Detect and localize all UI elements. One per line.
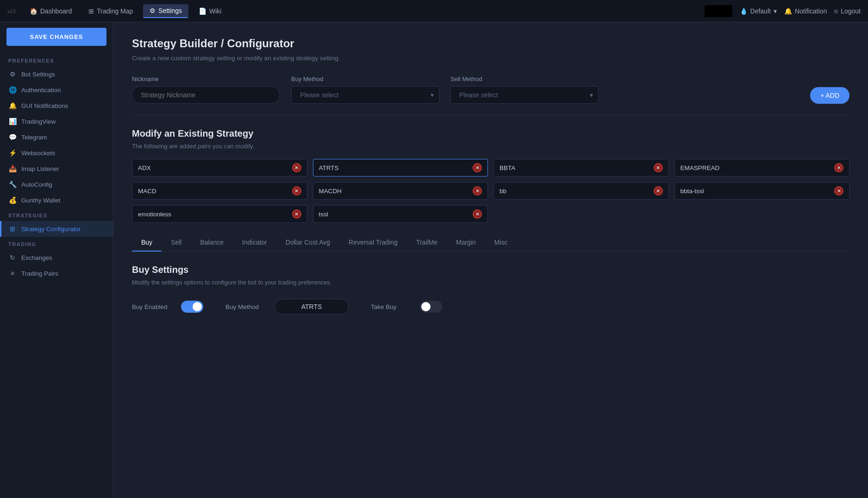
- wiki-icon: 📄: [199, 7, 206, 15]
- nickname-label: Nickname: [132, 76, 280, 82]
- buy-enabled-label: Buy Enabled: [132, 303, 174, 310]
- tab-trailme[interactable]: TrailMe: [407, 234, 447, 252]
- take-buy-toggle[interactable]: [420, 301, 442, 313]
- buy-method-select[interactable]: Please select: [291, 86, 439, 104]
- sidebar-item-gui-notifications[interactable]: 🔔 GUI Notifications: [0, 98, 113, 113]
- section-divider: [132, 115, 849, 115]
- buy-enabled-setting: Buy Enabled: [132, 301, 203, 313]
- sidebar-item-strategy-configurator[interactable]: ⊞ Strategy Configurator: [0, 221, 113, 237]
- modify-section-subtitle: The following are added pairs you can mo…: [132, 143, 849, 150]
- strategy-tag-bbta[interactable]: BBTA ✕: [493, 159, 669, 177]
- globe-icon: 🌐: [8, 86, 17, 94]
- sell-method-select-wrapper: Please select: [450, 86, 599, 104]
- top-navigation: v13 🏠 Dashboard ⊞ Trading Map ⚙ Settings…: [0, 0, 868, 22]
- wallet-icon: 💰: [8, 196, 17, 204]
- sell-method-select[interactable]: Please select: [450, 86, 599, 104]
- sidebar-item-autoconfig[interactable]: 🔧 AutoConfig: [0, 177, 113, 192]
- chevron-down-icon: ▾: [774, 7, 777, 15]
- sidebar-item-authentication[interactable]: 🌐 Authentication: [0, 82, 113, 98]
- sidebar-item-trading-pairs[interactable]: ≡ Trading Pairs: [0, 265, 113, 281]
- sidebar-item-telegram[interactable]: 💬 Telegram: [0, 129, 113, 145]
- pairs-icon: ≡: [8, 270, 17, 277]
- configurator-icon: ⊞: [8, 225, 17, 233]
- remove-emaspread-button[interactable]: ✕: [834, 163, 843, 172]
- remove-tssl-button[interactable]: ✕: [473, 209, 482, 219]
- version-label: v13: [7, 8, 16, 14]
- tab-dollar-cost-avg[interactable]: Dollar Cost Avg: [276, 234, 339, 252]
- sidebar-item-websockets[interactable]: ⚡ Websockets: [0, 145, 113, 161]
- bell-icon: 🔔: [8, 102, 17, 109]
- main-content: Strategy Builder / Configurator Create a…: [113, 22, 868, 498]
- buy-method-group: Buy Method Please select: [291, 76, 439, 104]
- take-buy-label: Take Buy: [371, 303, 412, 310]
- strategy-builder-form: Nickname Buy Method Please select Sell M…: [132, 76, 849, 104]
- buy-settings-title: Buy Settings: [132, 265, 849, 275]
- tab-sell[interactable]: Sell: [162, 234, 191, 252]
- sidebar-item-exchanges[interactable]: ↻ Exchanges: [0, 250, 113, 265]
- color-picker[interactable]: [705, 5, 732, 17]
- bell-icon: 🔔: [784, 7, 792, 15]
- remove-macd-button[interactable]: ✕: [292, 186, 301, 195]
- strategy-tag-adx[interactable]: ADX ✕: [132, 159, 307, 177]
- remove-adx-button[interactable]: ✕: [292, 163, 301, 172]
- remove-atrts-button[interactable]: ✕: [473, 163, 482, 172]
- notification-button[interactable]: 🔔 Notification: [784, 7, 827, 15]
- tab-balance[interactable]: Balance: [191, 234, 233, 252]
- save-changes-button[interactable]: SAVE CHANGES: [6, 28, 106, 46]
- exchange-icon: ↻: [8, 254, 17, 261]
- chat-icon: 💬: [8, 133, 17, 141]
- sidebar-item-bot-settings[interactable]: ⚙ Bot Settings: [0, 66, 113, 82]
- sidebar: SAVE CHANGES Preferences ⚙ Bot Settings …: [0, 22, 113, 498]
- remove-bbta-button[interactable]: ✕: [654, 163, 663, 172]
- page-subtitle: Create a new custom strategy setting or …: [132, 55, 849, 62]
- strategy-tag-macd[interactable]: MACD ✕: [132, 182, 307, 200]
- nav-trading-map[interactable]: ⊞ Trading Map: [82, 5, 139, 18]
- strategy-tag-tssl[interactable]: tssl ✕: [313, 205, 488, 223]
- page-title: Strategy Builder / Configurator: [132, 37, 849, 50]
- strategy-tag-emotionless[interactable]: emotionless ✕: [132, 205, 307, 223]
- nav-wiki[interactable]: 📄 Wiki: [192, 5, 228, 18]
- sidebar-item-gunthy-wallet[interactable]: 💰 Gunthy Wallet: [0, 192, 113, 208]
- preferences-section-label: Preferences: [0, 53, 113, 66]
- home-icon: 🏠: [30, 7, 37, 15]
- strategy-tag-bb[interactable]: bb ✕: [493, 182, 669, 200]
- remove-bbta-tssl-button[interactable]: ✕: [834, 186, 843, 195]
- strategy-tag-macdh[interactable]: MACDH ✕: [313, 182, 488, 200]
- tab-margin[interactable]: Margin: [447, 234, 485, 252]
- topnav-right: 💧 Default ▾ 🔔 Notification ⎋ Logout: [705, 5, 861, 17]
- tab-indicator[interactable]: Indicator: [233, 234, 276, 252]
- buy-method-setting: Buy Method: [225, 299, 349, 315]
- buy-method-value-input[interactable]: [275, 299, 349, 315]
- tab-reversal-trading[interactable]: Reversal Trading: [339, 234, 407, 252]
- chart-icon: 📊: [8, 118, 17, 125]
- strategy-tag-atrts[interactable]: ATRTS ✕: [313, 159, 488, 177]
- lightning-icon: ⚡: [8, 149, 17, 157]
- sidebar-item-tradingview[interactable]: 📊 TradingView: [0, 113, 113, 129]
- strategy-tag-emaspread[interactable]: EMASPREAD ✕: [674, 159, 850, 177]
- nav-settings[interactable]: ⚙ Settings: [143, 4, 188, 18]
- default-dropdown[interactable]: 💧 Default ▾: [740, 7, 777, 15]
- remove-emotionless-button[interactable]: ✕: [292, 209, 301, 219]
- buy-settings-subtitle: Modify the settings options to configure…: [132, 279, 849, 286]
- settings-icon: ⚙: [150, 7, 156, 14]
- buy-enabled-toggle[interactable]: [181, 301, 203, 313]
- buy-settings-row: Buy Enabled Buy Method Take Buy: [132, 299, 849, 315]
- toggle-knob: [193, 302, 202, 311]
- tab-misc[interactable]: Misc: [485, 234, 517, 252]
- logout-button[interactable]: ⎋ Logout: [834, 7, 861, 15]
- buy-method-setting-label: Buy Method: [225, 303, 267, 310]
- toggle-knob-2: [421, 302, 431, 311]
- remove-macdh-button[interactable]: ✕: [473, 186, 482, 195]
- nav-dashboard[interactable]: 🏠 Dashboard: [23, 5, 79, 18]
- tab-buy[interactable]: Buy: [132, 234, 162, 252]
- buy-method-label: Buy Method: [291, 76, 439, 82]
- strategy-tag-bbta-tssl[interactable]: bbta-tssl ✕: [674, 182, 850, 200]
- trading-section-label: Trading: [0, 237, 113, 250]
- remove-bb-button[interactable]: ✕: [654, 186, 663, 195]
- nickname-input[interactable]: [132, 86, 280, 104]
- add-strategy-button[interactable]: + ADD: [810, 87, 849, 104]
- grid-icon: ⊞: [88, 7, 94, 15]
- gear-icon: ⚙: [8, 70, 17, 78]
- logout-icon: ⎋: [834, 7, 838, 15]
- sidebar-item-imap-listener[interactable]: 📥 Imap Listener: [0, 161, 113, 177]
